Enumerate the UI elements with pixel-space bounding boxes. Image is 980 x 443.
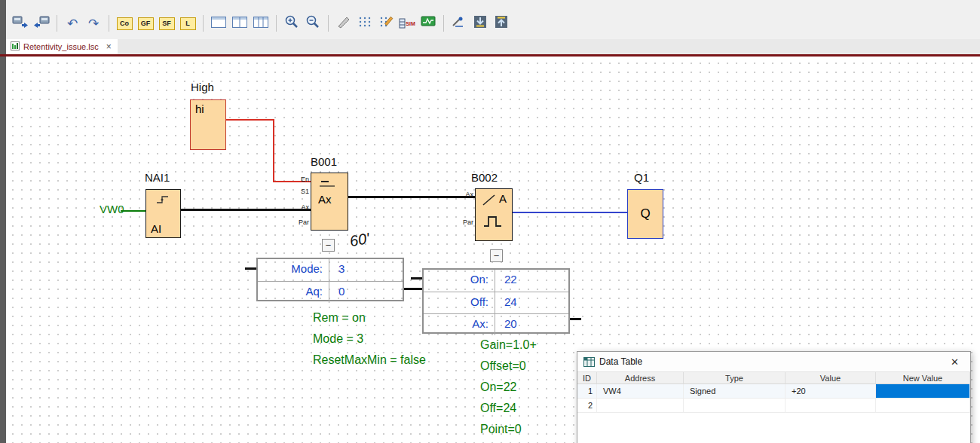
b001-pin-s1[interactable]: S1 <box>291 188 309 195</box>
data-table-header: ID Address Type Value New Value <box>577 372 970 384</box>
cursor-note-glyph: 60' <box>348 230 371 250</box>
data-table-window[interactable]: Data Table ✕ ID Address Type Value New V… <box>577 351 971 443</box>
ai-source-label: VW0 <box>100 203 124 215</box>
toolbar-separator <box>276 15 277 32</box>
table-row[interactable]: 2 <box>577 399 970 413</box>
simulation-icon: SIM <box>399 18 415 29</box>
b001-param-box[interactable]: Mode: 3 Aq: 0 <box>256 258 404 301</box>
toolbar-separator <box>443 15 444 32</box>
move-down-button[interactable] <box>470 14 490 33</box>
param-value[interactable]: 22 <box>495 270 568 292</box>
data-table-icon <box>583 357 595 367</box>
tab-bar: Retentivity_issue.lsc × <box>6 39 980 54</box>
column-header-id[interactable]: ID <box>577 372 597 384</box>
layout-two-pane-button[interactable] <box>230 14 250 33</box>
toolbar-buttons: ↶ ↷ Co GF SF L <box>11 13 511 34</box>
layout-single-button[interactable] <box>209 14 228 33</box>
wire-b002-to-q1[interactable] <box>513 212 627 213</box>
constants-button[interactable]: Co <box>115 14 134 33</box>
grid-edit-icon <box>378 14 394 32</box>
hi-block[interactable]: hi <box>190 99 226 150</box>
column-header-address[interactable]: Address <box>597 372 684 384</box>
basic-functions-icon: GF <box>138 17 154 30</box>
column-header-type[interactable]: Type <box>684 372 786 384</box>
b002-block[interactable]: A <box>475 188 513 241</box>
param-stub <box>570 318 581 320</box>
special-functions-icon: SF <box>159 17 175 30</box>
redo-button[interactable]: ↷ <box>84 14 103 33</box>
layout-three-pane-button[interactable] <box>251 14 271 33</box>
online-test-button[interactable] <box>418 14 438 33</box>
param-label: Off: <box>424 292 495 313</box>
column-header-new-value[interactable]: New Value <box>876 372 970 384</box>
table-row[interactable]: 1 VW4 Signed +20 <box>577 384 970 399</box>
special-functions-button[interactable]: SF <box>157 14 176 33</box>
b002-param-box[interactable]: On: 22 Off: 24 Ax: 20 <box>422 268 570 334</box>
ai-block[interactable]: AI <box>145 189 181 238</box>
row-new-value-cell[interactable] <box>876 384 970 399</box>
probe-button[interactable] <box>449 14 469 33</box>
move-up-button[interactable] <box>492 14 511 33</box>
annotation-line: ResetMaxMin = false <box>313 350 426 371</box>
arrow-down-icon <box>473 15 487 32</box>
tab-retentivity[interactable]: Retentivity_issue.lsc × <box>6 39 118 54</box>
annotation-line: Offset=0 <box>480 356 537 377</box>
b001-block-name: B001 <box>311 155 337 168</box>
b001-collapse-button[interactable]: − <box>322 239 335 252</box>
tab-close-icon[interactable]: × <box>105 41 113 52</box>
annotation-line: Point=0 <box>480 419 537 440</box>
transfer-pc-to-device-icon <box>12 15 29 32</box>
line-tool-button[interactable] <box>334 14 354 33</box>
upload-from-device-button[interactable] <box>32 14 51 33</box>
row-address-cell[interactable]: VW4 <box>597 384 684 399</box>
zoom-in-icon <box>284 14 299 32</box>
window-edge <box>0 0 6 443</box>
grid-dots-icon <box>357 14 372 32</box>
labels-button[interactable]: L <box>178 14 198 33</box>
b002-collapse-button[interactable]: − <box>490 249 503 262</box>
row-value-cell: +20 <box>786 384 876 399</box>
q1-block[interactable]: Q <box>627 189 663 239</box>
minus-icon: − <box>494 251 500 261</box>
arrow-up-icon <box>495 15 508 32</box>
zoom-out-button[interactable] <box>303 14 323 33</box>
tab-title: Retentivity_issue.lsc <box>23 42 99 51</box>
download-to-device-button[interactable] <box>11 14 30 33</box>
labels-icon: L <box>180 17 196 30</box>
param-stub <box>245 267 256 270</box>
analog-input-icon <box>155 194 170 207</box>
basic-functions-button[interactable]: GF <box>136 14 155 33</box>
annotation-line: Gain=1.0+ <box>480 335 537 356</box>
zoom-in-button[interactable] <box>282 14 302 33</box>
b002-annotations: Gain=1.0+ Offset=0 On=22 Off=24 Point=0 <box>480 335 537 440</box>
row-type-cell[interactable]: Signed <box>684 384 786 399</box>
param-label: On: <box>424 270 495 292</box>
row-new-value-cell[interactable] <box>876 399 970 413</box>
b001-pin-ax[interactable]: Ax <box>291 203 309 211</box>
grid-dots-button[interactable] <box>355 14 375 33</box>
row-type-cell[interactable] <box>684 399 786 413</box>
b002-block-name: B002 <box>471 171 498 184</box>
grid-edit-button[interactable] <box>376 14 396 33</box>
data-table-titlebar[interactable]: Data Table ✕ <box>577 352 970 372</box>
wire-hi-horizontal <box>226 119 274 121</box>
b002-pin-par[interactable]: Par <box>454 218 473 226</box>
b001-pin-en[interactable]: En <box>291 176 309 183</box>
diagram-canvas[interactable]: High hi NAI1 AI VW0 B001 Ax En S1 Ax Par… <box>6 57 980 443</box>
data-table-close-icon[interactable]: ✕ <box>948 356 961 368</box>
b001-block[interactable]: Ax <box>311 173 348 231</box>
row-address-cell[interactable] <box>597 399 684 413</box>
b002-pin-ax[interactable]: Ax <box>454 191 473 198</box>
column-header-value[interactable]: Value <box>786 372 876 384</box>
b001-pin-par[interactable]: Par <box>291 218 309 226</box>
param-value[interactable]: 24 <box>495 292 568 313</box>
q1-block-name: Q1 <box>634 171 649 184</box>
param-value[interactable]: 20 <box>495 314 568 335</box>
b002-block-letter: A <box>499 192 507 205</box>
param-value[interactable]: 3 <box>329 259 403 281</box>
annotation-line: Off=24 <box>480 398 537 419</box>
row-id-cell: 2 <box>577 399 597 413</box>
simulation-button[interactable]: SIM <box>397 14 417 33</box>
undo-button[interactable]: ↶ <box>63 14 82 33</box>
param-value[interactable]: 0 <box>329 282 403 303</box>
